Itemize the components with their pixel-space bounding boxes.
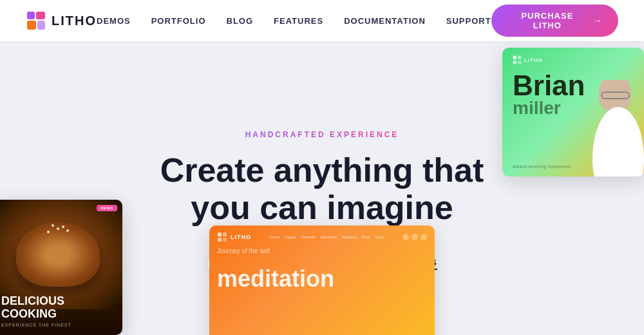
preview-card-meditation: LITHO Home Pages Portfolio Elements Feat… [209, 225, 435, 335]
nav-item-demos[interactable]: DEMOS [97, 16, 131, 26]
navbar: LITHO DEMOS PORTFOLIO BLOG FEATURES DOCU… [0, 0, 644, 41]
hero-title-line1: Create anything that [160, 151, 484, 189]
svg-rect-11 [518, 61, 522, 64]
center-nav-features: Features [342, 235, 357, 239]
nav-item-support[interactable]: SUPPORT [446, 16, 491, 26]
center-social [402, 234, 427, 240]
svg-rect-0 [27, 12, 35, 19]
hero-section: HANDCRAFTED EXPERIENCE Create anything t… [0, 41, 644, 335]
hero-title: Create anything that you can imagine [160, 152, 484, 225]
social-icon-2 [412, 234, 418, 240]
meditation-text: meditation [217, 267, 427, 291]
svg-rect-2 [27, 21, 36, 30]
center-header: LITHO Home Pages Portfolio Elements Feat… [217, 232, 427, 242]
right-logo-text: LITHO [524, 57, 543, 63]
hero-subtitle: HANDCRAFTED EXPERIENCE [245, 130, 399, 139]
preview-card-cooking: DEMO DELICIOUS COOKING EXPERIENCE THE FI… [0, 200, 122, 335]
center-logo-text: LITHO [231, 234, 251, 240]
nav-item-features[interactable]: FEATURES [274, 16, 323, 26]
right-logo: LITHO [513, 55, 634, 64]
right-tagline: Award-winning freelancer [513, 164, 571, 169]
svg-rect-6 [218, 238, 222, 242]
svg-rect-7 [223, 238, 227, 242]
svg-rect-1 [36, 12, 45, 19]
journey-text: Journey of the self [217, 247, 427, 254]
center-nav-pages: Pages [285, 235, 296, 239]
person-silhouette [586, 80, 644, 177]
center-nav-elements: Elements [321, 235, 337, 239]
nav-item-documentation[interactable]: DOCUMENTATION [344, 16, 426, 26]
center-nav: Home Pages Portfolio Elements Features B… [270, 235, 384, 239]
svg-rect-5 [223, 233, 227, 236]
svg-rect-3 [37, 21, 45, 30]
nav-item-blog[interactable]: BLOG [227, 16, 254, 26]
cooking-line2: COOKING [1, 307, 57, 320]
card-badge: DEMO [97, 205, 117, 211]
burger-shape [16, 222, 100, 287]
cooking-line1: DELICIOUS [1, 294, 64, 307]
svg-rect-8 [513, 56, 517, 60]
logo[interactable]: LITHO [26, 10, 97, 31]
purchase-btn-label: PURCHASE LITHO [507, 11, 588, 30]
cooking-card-title: DELICIOUS COOKING [1, 295, 115, 321]
center-nav-home: Home [270, 235, 280, 239]
sesame-dots [57, 227, 59, 230]
center-logo: LITHO [217, 232, 251, 242]
cooking-card-sub: EXPERIENCE THE FINEST [1, 323, 115, 327]
center-nav-shop: Shop [375, 235, 384, 239]
nav-links: DEMOS PORTFOLIO BLOG FEATURES DOCUMENTAT… [97, 16, 491, 26]
svg-rect-10 [513, 61, 517, 64]
burger-image [0, 200, 122, 309]
logo-text: LITHO [52, 14, 97, 28]
purchase-button[interactable]: PURCHASE LITHO → [491, 5, 618, 37]
svg-rect-4 [218, 233, 222, 236]
preview-card-brian: LITHO Brian miller Award-winning freelan… [502, 48, 644, 177]
center-logo-icon [217, 232, 227, 242]
right-logo-icon [513, 55, 522, 64]
hero-title-line2: you can imagine [191, 189, 453, 226]
center-nav-portfolio: Portfolio [301, 235, 316, 239]
nav-item-portfolio[interactable]: PORTFOLIO [151, 16, 206, 26]
logo-icon [26, 10, 46, 31]
person-glasses [601, 91, 630, 99]
purchase-arrow-icon: → [593, 15, 603, 26]
center-nav-blog: Blog [362, 235, 370, 239]
social-icon-3 [421, 234, 427, 240]
svg-rect-9 [518, 56, 522, 60]
social-icon-1 [402, 234, 409, 240]
